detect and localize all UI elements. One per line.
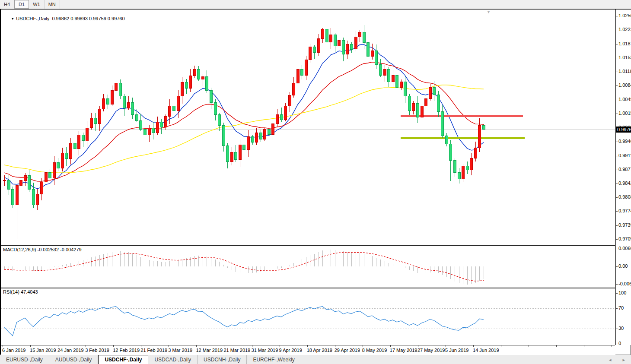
chart-tab-eurusd[interactable]: EURUSD-,Daily [0, 355, 49, 364]
time-axis[interactable]: 6 Jan 201915 Jan 201924 Jan 20193 Feb 20… [1, 345, 615, 355]
chart-tab-audusd[interactable]: AUDUSD-,Daily [49, 355, 99, 364]
date-label: 6 Jan 2019 [2, 348, 25, 353]
price-axis-label: 1.00490 [618, 97, 631, 102]
date-label: 5 Jun 2019 [445, 348, 468, 353]
chart-tab-usdcnh[interactable]: USDCNH-,Daily [198, 355, 247, 364]
current-price-box: 0.99760 [616, 127, 631, 133]
timeframe-button-w1[interactable]: W1 [29, 0, 45, 9]
rsi-axis-label: 0 [618, 341, 621, 346]
price-axis-label: 1.00150 [618, 111, 631, 116]
chart-tab-eurchf[interactable]: EURCHF-,Weekly [247, 355, 301, 364]
price-axis-label: 0.97740 [618, 208, 631, 213]
macd-indicator-pane[interactable]: MACD(12,26,9) -0.002532 -0.004279 [1, 246, 615, 288]
rsi-axis-label: 100 [618, 290, 626, 295]
date-label: 15 Jan 2019 [30, 348, 56, 353]
timeframe-toolbar: H4D1W1MN [0, 0, 631, 9]
date-label: 17 May 2019 [390, 348, 417, 353]
date-label: 21 Mar 2019 [223, 348, 250, 353]
price-axis-label: 0.97050 [618, 236, 631, 241]
date-label: 9 Apr 2019 [279, 348, 302, 353]
price-axis-label: 1.01180 [618, 69, 631, 74]
chart-legend: ▼USDCHF-,Daily 0.99862 0.99893 0.99759 0… [3, 11, 125, 26]
chart-window: ▼USDCHF-,Daily 0.99862 0.99893 0.99759 0… [0, 9, 631, 355]
timeframe-button-mn[interactable]: MN [45, 0, 60, 9]
price-axis[interactable]: 1.025601.022201.018701.015301.011801.008… [615, 9, 631, 345]
timeframe-button-d1[interactable]: D1 [14, 0, 29, 9]
rsi-axis-label: 70 [618, 305, 624, 310]
price-axis-label: 0.98420 [618, 180, 631, 186]
legend-symbol: USDCHF-,Daily [16, 16, 49, 21]
price-chart-pane[interactable]: ▼USDCHF-,Daily 0.99862 0.99893 0.99759 0… [1, 10, 615, 246]
date-label: 8 May 2019 [362, 348, 387, 353]
tab-scroll-controls: ◂ ▸ [609, 357, 631, 363]
price-axis-label: 1.02220 [618, 27, 631, 32]
price-axis-label: 0.97390 [618, 222, 631, 228]
legend-ohlc: 0.99862 0.99893 0.99759 0.99760 [52, 16, 124, 21]
chart-tab-usdcad[interactable]: USDCAD-,Daily [148, 355, 198, 364]
macd-axis-label: -0.00609 [618, 281, 631, 286]
timeframe-button-h4[interactable]: H4 [0, 0, 14, 9]
tab-scroll-left-icon[interactable]: ◂ [609, 357, 612, 363]
date-label: 12 Feb 2019 [113, 348, 140, 353]
date-label: 3 Feb 2019 [85, 348, 109, 353]
date-label: 3 Mar 2019 [168, 348, 192, 353]
rsi-axis-label: 30 [618, 326, 624, 331]
price-axis-label: 0.99460 [618, 139, 631, 144]
chart-tabs: EURUSD-,DailyAUDUSD-,DailyUSDCHF-,DailyU… [0, 355, 301, 364]
macd-axis-label: 0.00 [618, 263, 628, 269]
date-label: 31 Mar 2019 [252, 348, 278, 353]
date-label: 29 Apr 2019 [335, 348, 360, 353]
rsi-indicator-pane[interactable]: RSI(14) 47.4043 [1, 288, 615, 346]
date-label: 14 Jun 2019 [473, 348, 499, 353]
date-label: 21 Feb 2019 [140, 348, 167, 353]
chart-shift-marker-icon[interactable]: ▼ [487, 10, 491, 14]
date-label: 18 Apr 2019 [307, 348, 332, 353]
price-axis-label: 1.00840 [618, 82, 631, 88]
chart-tab-usdchf[interactable]: USDCHF-,Daily [98, 355, 148, 364]
macd-axis-label: 0.006058 [618, 246, 631, 251]
date-label: 24 Jan 2019 [57, 348, 84, 353]
rsi-legend: RSI(14) 47.4043 [3, 289, 38, 294]
price-axis-label: 0.99110 [618, 153, 631, 158]
price-axis-label: 1.01530 [618, 55, 631, 60]
tab-scroll-right-icon[interactable]: ▸ [622, 357, 625, 363]
symbol-dropdown-icon[interactable]: ▼ [11, 17, 14, 21]
price-axis-label: 0.98080 [618, 194, 631, 199]
date-label: 27 May 2019 [417, 348, 445, 353]
chart-tab-bar: EURUSD-,DailyAUDUSD-,DailyUSDCHF-,DailyU… [0, 355, 631, 364]
price-axis-label: 0.98770 [618, 167, 631, 172]
price-axis-label: 1.02560 [618, 13, 631, 18]
date-label: 12 Mar 2019 [196, 348, 223, 353]
macd-legend: MACD(12,26,9) -0.002532 -0.004279 [3, 247, 82, 252]
price-axis-label: 1.01870 [618, 41, 631, 46]
